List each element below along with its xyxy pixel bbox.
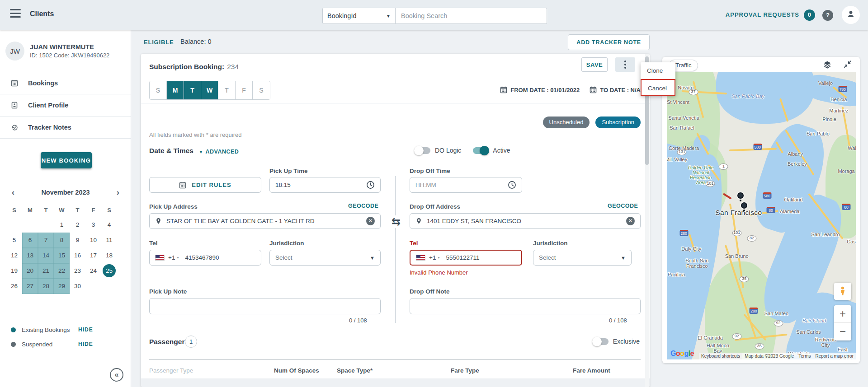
pickup-time-input[interactable] — [275, 182, 366, 188]
dropoff-time-input[interactable] — [415, 182, 508, 188]
calendar-day[interactable]: 24 — [85, 263, 101, 279]
dropoff-jurisdiction-select[interactable]: Select ▼ — [533, 250, 632, 266]
to-date[interactable]: TO DATE : N/A — [590, 86, 641, 93]
weekday-active[interactable]: W — [201, 81, 218, 99]
pickup-geocode-link[interactable]: GEOCODE — [348, 203, 378, 209]
pickup-note-input[interactable] — [149, 298, 381, 314]
do-logic-toggle[interactable]: DO Logic — [415, 147, 461, 154]
calendar-day[interactable]: 27 — [22, 279, 38, 294]
calendar-day[interactable]: 29 — [54, 279, 70, 294]
advanced-toggle[interactable]: ▼ADVANCED — [199, 149, 239, 155]
weekday-active[interactable]: T — [184, 81, 201, 99]
calendar-day[interactable]: 6 — [22, 233, 38, 248]
map-attribution-link[interactable]: Keyboard shortcuts — [699, 353, 742, 359]
active-toggle[interactable]: Active — [473, 147, 510, 154]
save-button[interactable]: SAVE — [581, 57, 608, 72]
calendar-day[interactable]: 26 — [6, 279, 22, 294]
calendar-day[interactable]: 22 — [54, 263, 70, 279]
dropoff-tel-field[interactable]: +1 ▾ — [410, 250, 522, 266]
hamburger-menu-icon[interactable] — [10, 9, 21, 18]
exclusive-toggle[interactable]: Exclusive — [593, 338, 640, 345]
calendar-day[interactable]: 23 — [70, 263, 85, 279]
add-tracker-note-button[interactable]: ADD TRACKER NOTE — [568, 34, 650, 50]
dropoff-note-input[interactable] — [410, 298, 641, 314]
legend-hide-link[interactable]: HIDE — [78, 326, 93, 333]
dropoff-time-field[interactable] — [410, 177, 522, 193]
map-marker[interactable] — [741, 202, 747, 209]
sidebar-item-tracker-notes[interactable]: Tracker Notes — [0, 117, 131, 139]
calendar-day[interactable]: 19 — [6, 263, 22, 279]
calendar-day[interactable]: 5 — [6, 233, 22, 248]
weekday-inactive[interactable]: S — [253, 81, 270, 99]
swap-addresses-icon[interactable]: ⇆ — [391, 215, 401, 228]
clock-icon[interactable] — [366, 181, 375, 189]
pickup-address-field[interactable]: ✕ — [149, 213, 381, 229]
zoom-in-button[interactable]: + — [834, 305, 851, 323]
google-map[interactable]: NovatoVallejoBeniciaSan Pablo BaySt Vinc… — [667, 72, 856, 359]
calendar-day[interactable]: 15 — [54, 248, 70, 263]
map-attribution-link[interactable]: Terms — [796, 354, 813, 359]
calendar-day[interactable]: 14 — [38, 248, 54, 263]
calendar-day[interactable]: 8 — [54, 233, 70, 248]
pickup-tel-field[interactable]: +1 ▾ — [149, 250, 261, 266]
calendar-day[interactable]: 9 — [70, 233, 85, 248]
kebab-menu-icon[interactable] — [615, 57, 635, 72]
calendar-day[interactable]: 12 — [6, 248, 22, 263]
calendar-day[interactable]: 28 — [38, 279, 54, 294]
dropoff-tel-input[interactable] — [446, 254, 516, 261]
booking-search-input[interactable] — [396, 8, 547, 24]
map-attribution-link[interactable]: Map data ©2023 Google — [742, 354, 796, 359]
sidebar-item-bookings[interactable]: Bookings — [0, 72, 131, 94]
weekday-active[interactable]: M — [167, 81, 184, 99]
pickup-address-input[interactable] — [166, 218, 366, 224]
help-icon[interactable]: ? — [822, 10, 833, 21]
clock-icon[interactable] — [508, 181, 516, 189]
layers-icon[interactable] — [823, 60, 832, 71]
clear-icon[interactable]: ✕ — [626, 217, 635, 225]
calendar-day[interactable]: 25 — [101, 263, 117, 279]
sidebar-collapse-icon[interactable]: « — [110, 368, 123, 382]
calendar-day[interactable]: 2 — [70, 217, 85, 233]
user-avatar[interactable] — [842, 6, 860, 24]
pegman-icon[interactable] — [834, 283, 851, 300]
us-flag-icon[interactable] — [155, 255, 165, 261]
pickup-jurisdiction-select[interactable]: Select ▼ — [269, 250, 381, 266]
approval-requests-link[interactable]: APPROVAL REQUESTS — [726, 11, 799, 18]
menu-item-clone[interactable]: Clone — [641, 62, 675, 79]
dropoff-geocode-link[interactable]: GEOCODE — [608, 203, 638, 209]
clear-icon[interactable]: ✕ — [366, 217, 375, 225]
pickup-tel-input[interactable] — [185, 254, 255, 261]
calendar-day[interactable]: 20 — [22, 263, 38, 279]
legend-hide-link[interactable]: HIDE — [78, 341, 93, 347]
calendar-day[interactable]: 11 — [101, 233, 117, 248]
search-type-select[interactable]: BookingId ▼ — [322, 8, 396, 24]
calendar-day[interactable]: 30 — [70, 279, 85, 294]
calendar-day[interactable]: 3 — [85, 217, 101, 233]
calendar-next-icon[interactable]: › — [111, 187, 125, 197]
weekday-inactive[interactable]: F — [236, 81, 253, 99]
calendar-day[interactable]: 10 — [85, 233, 101, 248]
us-flag-icon[interactable] — [416, 255, 425, 261]
calendar-day[interactable]: 21 — [38, 263, 54, 279]
dropoff-address-input[interactable] — [427, 218, 626, 224]
edit-rules-button[interactable]: EDIT RULES — [149, 177, 261, 193]
calendar-prev-icon[interactable]: ‹ — [6, 187, 20, 197]
calendar-day[interactable]: 16 — [70, 248, 85, 263]
menu-item-cancel[interactable]: Cancel — [641, 79, 675, 96]
pickup-time-field[interactable] — [269, 177, 381, 193]
calendar-day[interactable]: 18 — [101, 248, 117, 263]
weekday-inactive[interactable]: T — [218, 81, 236, 99]
sidebar-item-client-profile[interactable]: Client Profile — [0, 94, 131, 117]
new-booking-button[interactable]: NEW BOOKING — [41, 152, 92, 168]
dropoff-address-field[interactable]: ✕ — [410, 213, 641, 229]
map-marker[interactable] — [737, 192, 744, 199]
calendar-day[interactable]: 4 — [101, 217, 117, 233]
zoom-out-button[interactable]: − — [834, 323, 851, 340]
collapse-map-icon[interactable] — [844, 60, 852, 70]
calendar-day[interactable]: 1 — [54, 217, 70, 233]
calendar-day[interactable]: 13 — [22, 248, 38, 263]
calendar-selected-day[interactable]: 25 — [103, 264, 116, 277]
map-attribution-link[interactable]: Report a map error — [813, 354, 856, 359]
calendar-day[interactable]: 7 — [38, 233, 54, 248]
calendar-day[interactable]: 17 — [85, 248, 101, 263]
